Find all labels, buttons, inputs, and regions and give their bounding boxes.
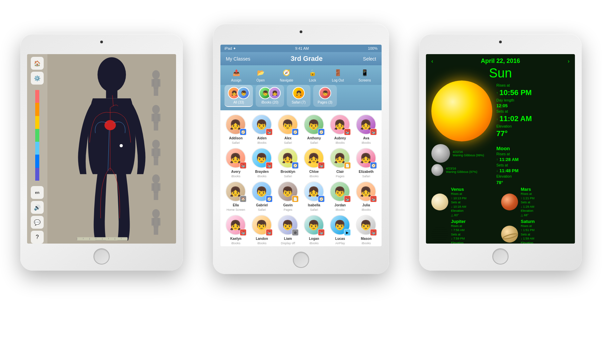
badge-mason: 📚: [370, 229, 377, 236]
student-addison[interactable]: 👧 🧭 Addison Safari: [224, 114, 247, 144]
student-mason[interactable]: 👦 📚 Mason iBooks: [355, 215, 378, 245]
badge-ava: 📚: [370, 129, 377, 135]
settings-icon[interactable]: ⚙️: [31, 72, 44, 85]
badge-landon: 📚: [266, 229, 273, 236]
student-liam[interactable]: 👦 ⊘ Liam Display off: [277, 215, 299, 245]
toolbar-logout[interactable]: 🚪 Log Out: [332, 68, 344, 82]
student-julia[interactable]: 👧 📚 Julia iBooks: [355, 181, 378, 211]
status-left: iPad ✦: [224, 46, 236, 51]
astro-back-button[interactable]: ‹: [431, 58, 433, 64]
student-aubrey[interactable]: 👧 📚 Aubrey iBooks: [329, 114, 351, 144]
tab-ibooks-avatars: 👦 👧: [259, 87, 281, 99]
help-icon[interactable]: ?: [31, 231, 44, 244]
body-svg: [47, 54, 176, 244]
sun-rises-row: Rises at: [496, 83, 569, 87]
student-brooklyn[interactable]: 👧 🧭 Brooklyn Safari: [277, 148, 299, 178]
student-gabriel[interactable]: 👦 🧭 Gabriel Safari: [251, 181, 273, 211]
caption-icon[interactable]: 💬: [31, 216, 44, 229]
svg-point-1: [98, 57, 126, 92]
svg-rect-36: [158, 218, 160, 225]
tab-pages-avatar: 👦: [319, 87, 331, 99]
svg-rect-19: [154, 123, 156, 131]
student-avery[interactable]: 👧 📚 Avery iBooks: [224, 148, 247, 178]
svg-rect-38: [156, 227, 158, 235]
anatomy-sidebar: 🏠 ⚙️ en 🔊 💬 ?: [27, 54, 47, 244]
badge-logan: 📚: [318, 229, 325, 236]
badge-brayden: 📚: [266, 162, 273, 169]
svg-rect-29: [152, 183, 154, 191]
toolbar-open[interactable]: 📂 Open: [256, 68, 265, 82]
toolbar-assign[interactable]: 📤 Assign: [231, 68, 241, 82]
language-icon[interactable]: en: [31, 186, 44, 199]
audio-icon[interactable]: 🔊: [31, 201, 44, 214]
back-button[interactable]: My Classes: [226, 56, 250, 62]
svg-rect-37: [154, 227, 156, 235]
badge-liam: ⊘: [292, 229, 299, 236]
sun-rises-time-row: ↑ 10:56 PM: [496, 88, 569, 97]
navigate-icon: 🧭: [282, 68, 291, 77]
student-brayden[interactable]: 👦 📚 Brayden iBooks: [251, 148, 273, 178]
badge-lucas: ▶: [344, 229, 351, 236]
camera-left: [100, 41, 103, 43]
student-clair[interactable]: 👧 📄 Clair Pages: [329, 148, 351, 178]
svg-rect-16: [153, 113, 158, 123]
home-button-right[interactable]: [492, 248, 509, 265]
student-landon[interactable]: 👦 📚 Landon iBooks: [251, 215, 273, 245]
home-icon[interactable]: 🏠: [31, 57, 44, 70]
student-chloe[interactable]: 👧 📚 Chloe iBooks: [303, 148, 325, 178]
tab-all[interactable]: 👧 👦 All (33): [224, 85, 253, 107]
student-jordan[interactable]: 👦 📚 Jordan iBooks: [329, 181, 351, 211]
svg-rect-32: [156, 192, 158, 200]
ipad-center: iPad ✦ 9:41 AM 100% My Classes 3rd Grade…: [213, 24, 389, 274]
toolbar-navigate[interactable]: 🧭 Navigate: [280, 68, 293, 82]
student-lucas[interactable]: 👦 ▶ Lucas AirPlay: [329, 215, 351, 245]
astro-forward-button[interactable]: ›: [568, 58, 569, 64]
badge-avery: 📚: [240, 162, 246, 169]
student-kaelyn[interactable]: 👧 📚 Kaelyn iBooks: [224, 215, 247, 245]
tab-safari-label: Safari (7): [292, 100, 305, 104]
svg-point-9: [152, 70, 159, 79]
home-button-left[interactable]: [93, 248, 110, 265]
select-button[interactable]: Select: [363, 56, 376, 62]
classroom-header: My Classes 3rd Grade Select: [220, 52, 382, 65]
moon-info: Moon Rises at ↑ 11:28 AM Sets at ↓: [496, 144, 569, 185]
tab-ibooks[interactable]: 👦 👧 iBooks (20): [256, 85, 284, 107]
planet-section: Venus Rises at↑ 10:13 PMSets at↓ 10:18 A…: [426, 185, 575, 244]
moon-section: 4/22/16 Waning Gibbous (99%) 4/23/16 Wan…: [426, 144, 575, 185]
sun-info: Rises at ↑ 10:56 PM Day length 12:05: [496, 81, 569, 138]
student-anthony[interactable]: 👦 🧭 Anthony Safari: [303, 114, 325, 144]
badge-aubrey: 📚: [344, 129, 351, 135]
tab-ibooks-avatar-2: 👧: [268, 87, 281, 99]
students-grid: 👧 🧭 Addison Safari 👦 📚 Aiden iBooks: [220, 110, 382, 246]
student-isabella[interactable]: 👧 🧭 Isabella Safari: [303, 181, 325, 211]
student-aiden[interactable]: 👦 📚 Aiden iBooks: [251, 114, 273, 144]
screens-icon: 📱: [360, 68, 369, 77]
svg-rect-18: [158, 114, 160, 121]
badge-aiden: 📚: [266, 129, 273, 135]
astro-header: ‹ April 22, 2016 ›: [426, 54, 575, 66]
badge-elizabeth: 🧭: [370, 162, 377, 169]
sun-day-length: 12:05: [496, 103, 508, 108]
saturn-image: [501, 226, 518, 243]
svg-rect-17: [152, 114, 154, 121]
student-gavin[interactable]: 👦 📄 Gavin Pages: [277, 181, 299, 211]
moon-sets-time: 11:48 PM: [499, 168, 518, 173]
badge-clair: 📄: [344, 162, 351, 169]
toolbar-lock[interactable]: 🔒 Lock: [308, 68, 317, 82]
svg-point-27: [152, 175, 159, 183]
badge-gavin: 📄: [292, 196, 299, 202]
status-bar: iPad ✦ 9:41 AM 100%: [220, 45, 382, 52]
student-ella[interactable]: 👧 🏠 Ella Home Screen: [224, 181, 247, 211]
toolbar-screens[interactable]: 📱 Screens: [359, 68, 371, 82]
sun-sets-time: 11:02 AM: [499, 114, 532, 123]
tab-pages[interactable]: 👦 Pages (3): [313, 85, 337, 107]
student-logan[interactable]: 👦 📚 Logan iBooks: [303, 215, 325, 245]
moon-elevation: 78°: [496, 180, 503, 185]
tab-safari[interactable]: 👧 Safari (7): [287, 85, 310, 107]
student-alex[interactable]: 👦 🧭 Alex Safari: [277, 114, 299, 144]
svg-rect-2: [106, 89, 117, 98]
student-ava[interactable]: 👧 📚 Ava iBooks: [355, 114, 378, 144]
home-button-center[interactable]: [293, 252, 309, 268]
student-elizabeth[interactable]: 👧 🧭 Elizabeth Safari: [355, 148, 378, 178]
open-label: Open: [256, 78, 264, 82]
